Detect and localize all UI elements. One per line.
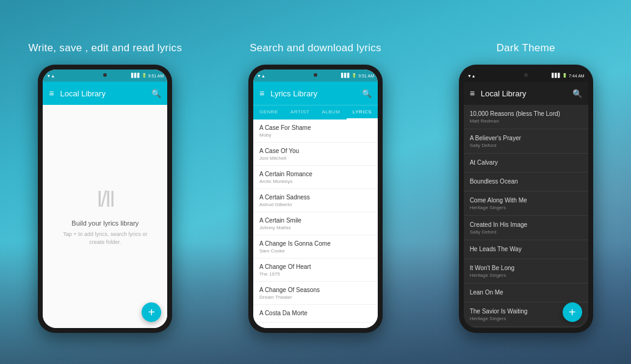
song-title: A Change Of Seasons [259, 286, 372, 294]
song-artist: Matt Redman [470, 118, 582, 124]
song-title: Come Along With Me [470, 196, 582, 204]
signal-icon: ▋▋▋ [131, 73, 140, 78]
battery-icon: 🔋 [142, 73, 147, 78]
phone-3-song-list: 10,000 Reasons (bless The Lord) Matt Red… [464, 105, 588, 328]
phone-3-status-icons: ▋▋▋ 🔋 7:44 AM [552, 73, 585, 78]
list-item[interactable]: A Certain Sadness Astrud Gilberto [253, 189, 378, 212]
time-display-3: 7:44 AM [569, 74, 585, 78]
song-title: A Certain Romance [259, 170, 372, 178]
phone-3: ▼▲ ▋▋▋ 🔋 7:44 AM ≡ Local Library 🔍 10,00… [459, 65, 593, 333]
time-display-2: 9:51 AM [358, 74, 374, 78]
phone-2-song-list: A Case For Shame Moby A Case Of You Joni… [253, 120, 378, 328]
song-title: It Won't Be Long [470, 264, 582, 272]
song-title: A Case Of You [259, 147, 372, 155]
song-title: A Change Of Heart [259, 263, 372, 271]
list-item[interactable]: A Change Is Gonna Come Sam Cooke [253, 235, 378, 259]
song-title: A Believer's Prayer [470, 134, 582, 142]
phone-1-screen: ▼▲ ▋▋▋ 🔋 9:51 AM ≡ Local Library 🔍 I/II … [43, 70, 167, 328]
list-item[interactable]: A Certain Smile Johnny Mathis [253, 212, 378, 235]
phone-1-statusbar: ▼▲ ▋▋▋ 🔋 9:51 AM [43, 70, 167, 82]
list-item[interactable]: 10,000 Reasons (bless The Lord) Matt Red… [464, 105, 588, 129]
phone-3-statusbar: ▼▲ ▋▋▋ 🔋 7:44 AM [464, 70, 588, 82]
battery-icon-3: 🔋 [562, 73, 568, 78]
phone-2-wifi-icon: ▼▲ [257, 74, 265, 78]
hamburger-icon[interactable]: ≡ [49, 88, 54, 98]
tabs-bar: GENRE ARTIST ALBUM LYRICS [253, 105, 378, 120]
phone-2: ▼▲ ▋▋▋ 🔋 9:51 AM ≡ Lyrics Library 🔍 GENR… [248, 65, 383, 333]
song-title: A Case For Shame [259, 124, 372, 132]
list-item[interactable]: A Change Of Seasons Dream Theater [253, 282, 378, 305]
phone-2-appbar-title: Lyrics Library [270, 89, 362, 98]
phone-2-search-icon[interactable]: 🔍 [362, 89, 372, 98]
song-artist: Joni Mitchell [259, 155, 372, 161]
song-title: A Certain Sadness [259, 193, 372, 201]
phone-3-wifi-icon: ▼▲ [467, 74, 476, 78]
list-item[interactable]: A Certain Romance Arctic Monkeys [253, 166, 378, 189]
song-title: At Calvary [470, 159, 582, 166]
song-artist: Sally Deford [470, 229, 582, 235]
song-title: He Leads The Way [470, 245, 582, 253]
song-artist: Johnny Mathis [259, 225, 372, 230]
phone-1-status-icons: ▋▋▋ 🔋 9:51 AM [131, 73, 164, 78]
list-item[interactable]: A Believer's Prayer Sally Deford [464, 129, 588, 154]
section-3: Dark Theme ▼▲ ▋▋▋ 🔋 7:44 AM ≡ Local Libr… [459, 31, 593, 333]
song-title: Created In His Image [470, 221, 582, 229]
song-artist: Dream Theater [259, 294, 372, 300]
list-item[interactable]: He Leads The Way [464, 240, 588, 259]
list-item[interactable]: At Calvary [464, 154, 588, 173]
song-artist: Sam Cooke [259, 248, 372, 254]
phone-3-search-icon[interactable]: 🔍 [572, 89, 582, 98]
section-3-label: Dark Theme [497, 42, 555, 54]
phone-1-appbar: ≡ Local Library 🔍 [43, 82, 167, 105]
signal-icon-2: ▋▋▋ [341, 73, 350, 78]
tab-artist[interactable]: ARTIST [284, 105, 316, 120]
song-title: A Change Is Gonna Come [259, 240, 372, 248]
song-artist: The 1975 [259, 271, 372, 277]
list-item[interactable]: Boundless Ocean [464, 173, 588, 191]
empty-state-subtitle: Tap + to add lyrics, search lyrics or cr… [55, 230, 155, 247]
list-item[interactable]: A Change Of Heart The 1975 [253, 259, 378, 282]
song-artist: Moby [259, 132, 372, 138]
battery-icon-2: 🔋 [352, 73, 357, 78]
signal-icon-3: ▋▋▋ [552, 73, 561, 78]
phone-3-appbar: ≡ Local Library 🔍 [464, 82, 588, 105]
section-1-label: Write, save , edit and read lyrics [28, 42, 182, 54]
phone-2-appbar: ≡ Lyrics Library 🔍 [253, 82, 378, 105]
song-title: A Costa Da Morte [259, 309, 372, 317]
phone-2-statusbar: ▼▲ ▋▋▋ 🔋 9:51 AM [253, 70, 378, 82]
phone-3-fab[interactable]: + [563, 302, 582, 322]
song-artist: Arctic Monkeys [259, 179, 372, 184]
song-artist: Sally Deford [470, 143, 582, 148]
list-item[interactable]: Come Along With Me Heritage Singers [464, 191, 588, 216]
list-item[interactable]: A Case For Shame Moby [253, 120, 378, 143]
hamburger-icon-3[interactable]: ≡ [470, 88, 475, 98]
tab-lyrics[interactable]: LYRICS [347, 105, 378, 120]
list-item[interactable]: Created In His Image Sally Deford [464, 216, 588, 240]
list-item[interactable]: It Won't Be Long Heritage Singers [464, 259, 588, 284]
tab-genre[interactable]: GENRE [253, 105, 284, 120]
section-2-label: Search and download lyrics [250, 42, 381, 54]
song-title: Boundless Ocean [470, 177, 582, 185]
phone-3-appbar-title: Local Library [481, 89, 572, 98]
phone-1: ▼▲ ▋▋▋ 🔋 9:51 AM ≡ Local Library 🔍 I/II … [38, 65, 172, 333]
list-item[interactable]: Lean On Me [464, 284, 588, 302]
section-1: Write, save , edit and read lyrics ▼▲ ▋▋… [38, 31, 172, 333]
song-artist: Heritage Singers [470, 205, 582, 210]
phone-1-wifi-icon: ▼▲ [46, 74, 55, 78]
phone-3-screen: ▼▲ ▋▋▋ 🔋 7:44 AM ≡ Local Library 🔍 10,00… [464, 70, 588, 328]
list-item[interactable]: A Case Of You Joni Mitchell [253, 143, 378, 166]
phone-1-appbar-title: Local Library [60, 89, 152, 98]
song-title: Lean On Me [470, 288, 582, 296]
phone-2-screen: ▼▲ ▋▋▋ 🔋 9:51 AM ≡ Lyrics Library 🔍 GENR… [253, 70, 378, 328]
phone-1-search-icon[interactable]: 🔍 [151, 89, 161, 98]
song-artist: Heritage Singers [470, 273, 582, 278]
hamburger-icon-2[interactable]: ≡ [259, 88, 264, 98]
phone-2-status-icons: ▋▋▋ 🔋 9:51 AM [341, 73, 374, 78]
tab-album[interactable]: ALBUM [316, 105, 347, 120]
section-2: Search and download lyrics ▼▲ ▋▋▋ 🔋 9:51… [248, 31, 383, 333]
list-item[interactable]: A Costa Da Morte [253, 305, 378, 323]
song-title: A Certain Smile [259, 216, 372, 224]
empty-state-icon: I/II [96, 187, 114, 212]
empty-state: I/II Build your lyrics library Tap + to … [43, 105, 167, 328]
empty-state-title: Build your lyrics library [71, 219, 139, 227]
